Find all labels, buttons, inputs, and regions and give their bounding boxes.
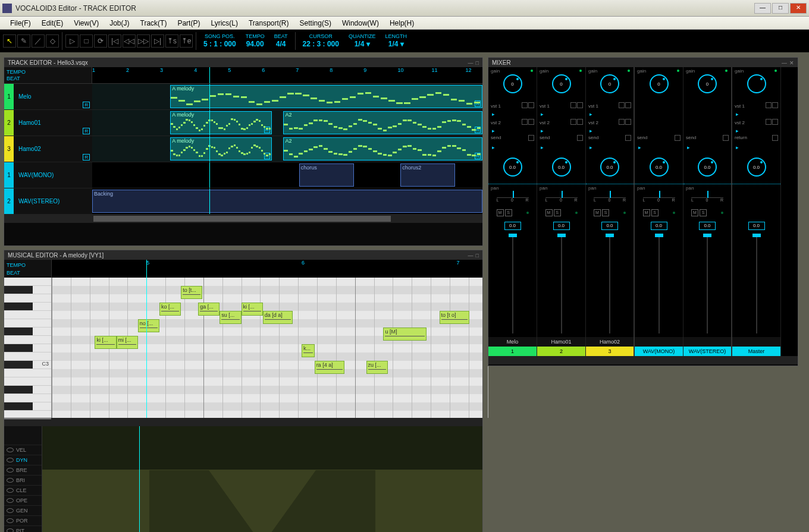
- solo-button[interactable]: S: [554, 209, 561, 216]
- note[interactable]: k...: [302, 344, 315, 357]
- wav-track-name[interactable]: WAV(MONO): [14, 162, 92, 188]
- param-dyn[interactable]: DYN: [4, 455, 42, 465]
- musical-ruler[interactable]: 567: [52, 260, 482, 278]
- param-cle[interactable]: CLE: [4, 486, 42, 496]
- note[interactable]: ki [...: [95, 336, 116, 349]
- vst2-slot[interactable]: vst 2: [732, 117, 780, 128]
- mixer-hscrollbar[interactable]: [488, 356, 798, 364]
- channel-number[interactable]: 3: [586, 347, 634, 356]
- param-bri[interactable]: BRI: [4, 476, 42, 486]
- beat-value[interactable]: 4/4: [276, 40, 286, 48]
- quantize-value[interactable]: 1/4 ▾: [355, 40, 370, 48]
- vst2-slot[interactable]: vst 2: [537, 117, 585, 128]
- wav-clip[interactable]: Backing: [92, 190, 482, 213]
- panel-minimize-icon[interactable]: —: [782, 60, 787, 66]
- track-lane[interactable]: A melodyRA2R: [92, 110, 482, 136]
- send-slot[interactable]: send: [586, 134, 634, 144]
- loop-button[interactable]: ⟳: [94, 34, 107, 48]
- rewind-start-button[interactable]: |◁: [108, 34, 121, 48]
- vst1-slot[interactable]: vst 1: [537, 100, 585, 111]
- send-slot[interactable]: send: [635, 134, 683, 144]
- note[interactable]: mi [...: [117, 336, 138, 349]
- solo-button[interactable]: S: [602, 209, 609, 216]
- solo-button[interactable]: S: [651, 209, 659, 216]
- track-hscrollbar[interactable]: [4, 215, 482, 223]
- fader-db[interactable]: 0.0: [504, 222, 521, 230]
- note[interactable]: da [d a]: [263, 311, 293, 324]
- channel-number[interactable]: 1: [488, 347, 537, 356]
- fader-slider[interactable]: [756, 234, 757, 333]
- track-name[interactable]: Hamo01R: [14, 110, 92, 136]
- fader-db[interactable]: 0.0: [601, 222, 618, 230]
- piano-keys[interactable]: C3: [4, 278, 52, 418]
- fader-slider[interactable]: [659, 234, 660, 333]
- note[interactable]: ga [...: [198, 303, 220, 316]
- clip[interactable]: A melodyR: [170, 85, 482, 108]
- pan-slider[interactable]: [497, 192, 529, 198]
- param-vel[interactable]: VEL: [4, 445, 42, 455]
- erase-tool[interactable]: ◇: [46, 34, 59, 48]
- param-ope[interactable]: OPE: [4, 496, 42, 506]
- send-slot[interactable]: send: [683, 134, 731, 144]
- channel-number[interactable]: WAV(STEREO): [683, 347, 731, 356]
- track-name[interactable]: MeloR: [14, 84, 92, 109]
- pencil-tool[interactable]: ✎: [17, 34, 30, 48]
- marker-end-button[interactable]: ⤒e: [180, 34, 193, 48]
- mute-button[interactable]: M: [594, 209, 601, 216]
- track-number[interactable]: 3: [4, 136, 14, 162]
- pan-slider[interactable]: [594, 192, 626, 198]
- wav-track-number[interactable]: 2: [4, 188, 14, 214]
- note[interactable]: ki [...: [242, 303, 263, 316]
- vst1-slot[interactable]: vst 1: [732, 100, 780, 111]
- minimize-button[interactable]: —: [754, 3, 771, 14]
- menu-window[interactable]: Window(W): [337, 18, 384, 29]
- channel-number[interactable]: Master: [732, 347, 780, 356]
- forward-button[interactable]: ▷▷: [137, 34, 150, 48]
- return-slot[interactable]: return: [732, 134, 780, 144]
- channel-number[interactable]: 2: [537, 347, 585, 356]
- mute-button[interactable]: M: [643, 209, 650, 216]
- amount-knob[interactable]: 0.0: [503, 158, 522, 177]
- wav-track-lane[interactable]: Backing: [92, 188, 482, 214]
- note[interactable]: to [t...: [181, 286, 202, 299]
- track-lane[interactable]: A melodyRA2R: [92, 136, 482, 162]
- solo-button[interactable]: S: [700, 209, 707, 216]
- tempo-value[interactable]: 94.00: [246, 40, 264, 48]
- gain-knob[interactable]: 0: [503, 74, 522, 93]
- param-gen[interactable]: GEN: [4, 506, 42, 516]
- menu-part[interactable]: Part(P): [172, 18, 205, 29]
- wav-track-lane[interactable]: choruschorus2: [92, 162, 482, 188]
- gain-knob[interactable]: 0: [552, 74, 571, 93]
- gain-knob[interactable]: 0: [600, 74, 619, 93]
- panel-minimize-icon[interactable]: —: [468, 253, 474, 259]
- menu-edit[interactable]: Edit(E): [36, 18, 69, 29]
- param-bre[interactable]: BRE: [4, 465, 42, 476]
- menu-lyrics[interactable]: Lyrics(L): [205, 18, 243, 29]
- play-button[interactable]: ▷: [65, 34, 79, 48]
- menu-view[interactable]: View(V): [68, 18, 104, 29]
- solo-button[interactable]: S: [505, 209, 512, 216]
- vst2-slot[interactable]: vst 2: [488, 117, 537, 128]
- note[interactable]: su [...: [220, 311, 241, 324]
- wav-track-name[interactable]: WAV(STEREO): [14, 188, 92, 214]
- param-por[interactable]: POR: [4, 516, 42, 526]
- pan-slider[interactable]: [643, 192, 675, 198]
- close-button[interactable]: ✕: [790, 3, 807, 14]
- wav-clip[interactable]: chorus2: [400, 163, 455, 187]
- menu-help[interactable]: Help(H): [384, 18, 419, 29]
- note[interactable]: zu [...: [366, 361, 388, 374]
- amount-knob[interactable]: 0.0: [650, 158, 669, 177]
- amount-knob[interactable]: 0.0: [747, 158, 766, 177]
- length-value[interactable]: 1/4 ▾: [388, 40, 404, 48]
- track-playhead[interactable]: [209, 67, 210, 83]
- clip[interactable]: A2R: [283, 137, 482, 160]
- pan-slider[interactable]: [545, 192, 578, 198]
- track-number[interactable]: 1: [4, 84, 14, 109]
- gain-knob[interactable]: 0: [698, 74, 717, 93]
- menu-track[interactable]: Track(T): [135, 18, 173, 29]
- track-ruler[interactable]: 123456789101112: [92, 67, 482, 83]
- menu-job[interactable]: Job(J): [104, 18, 134, 29]
- cursor-value[interactable]: 22 : 3 : 000: [303, 40, 339, 48]
- menu-transport[interactable]: Transport(R): [243, 18, 294, 29]
- fader-slider[interactable]: [707, 234, 708, 333]
